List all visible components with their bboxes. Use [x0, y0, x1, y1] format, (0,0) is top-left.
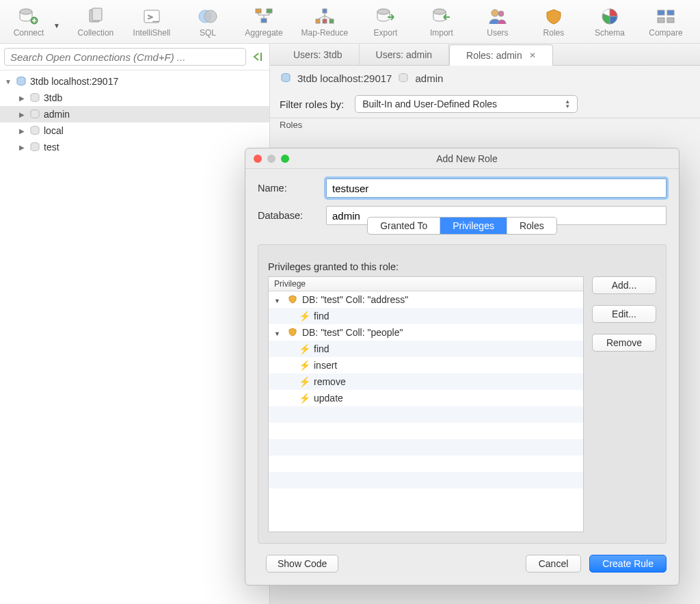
- tree-item-admin[interactable]: ▶ admin: [0, 106, 269, 122]
- toolbar-connect[interactable]: Connect: [3, 1, 55, 42]
- add-role-dialog: Add New Role Name: Database: Granted To …: [245, 148, 679, 586]
- privilege-action[interactable]: ⚡ remove: [269, 373, 583, 390]
- toolbar-intellishell[interactable]: >_ IntelliShell: [126, 1, 178, 42]
- bolt-icon: ⚡: [299, 343, 310, 354]
- disclosure-right-icon[interactable]: ▶: [18, 111, 26, 118]
- users-icon: [486, 6, 509, 27]
- toolbar-sql[interactable]: SQL: [182, 1, 234, 42]
- svg-point-16: [433, 9, 446, 14]
- remove-privilege-button[interactable]: Remove: [592, 334, 656, 352]
- svg-rect-11: [323, 9, 327, 13]
- tree-item-label: local: [44, 125, 64, 136]
- add-privilege-button[interactable]: Add...: [592, 276, 656, 294]
- svg-rect-13: [323, 19, 327, 23]
- dialog-titlebar[interactable]: Add New Role: [245, 148, 679, 169]
- svg-rect-22: [658, 18, 664, 23]
- window-close-icon[interactable]: [254, 155, 262, 163]
- tree-root[interactable]: ▼ 3tdb localhost:29017: [0, 73, 269, 90]
- window-zoom-icon[interactable]: [281, 155, 289, 163]
- tab-roles-admin[interactable]: Roles: admin ✕: [449, 44, 553, 66]
- server-icon: [15, 76, 27, 87]
- toolbar-users[interactable]: Users: [472, 1, 524, 42]
- toolbar-compare[interactable]: Compare: [640, 1, 692, 42]
- toolbar-schema[interactable]: Schema: [584, 1, 636, 42]
- cancel-button[interactable]: Cancel: [526, 555, 582, 573]
- role-name-input[interactable]: [326, 179, 667, 198]
- svg-rect-10: [261, 18, 267, 23]
- tree-item-label: 3tdb: [44, 92, 62, 103]
- dialog-title: Add New Role: [289, 153, 679, 164]
- tree-item-label: admin: [44, 109, 70, 120]
- svg-point-7: [204, 10, 217, 23]
- disclosure-down-icon[interactable]: [274, 327, 283, 338]
- privilege-action[interactable]: ⚡ update: [269, 390, 583, 406]
- privilege-action[interactable]: ⚡ find: [269, 308, 583, 324]
- tree-item-local[interactable]: ▶ local: [0, 122, 269, 139]
- privileges-caption: Privileges granted to this role:: [268, 261, 656, 272]
- database-icon: [29, 142, 41, 153]
- toolbar-roles[interactable]: Roles: [528, 1, 580, 42]
- svg-rect-23: [667, 18, 674, 23]
- privilege-label: find: [314, 311, 329, 321]
- privilege-group[interactable]: DB: "test" Coll: "address": [269, 291, 583, 308]
- connection-tree: ▼ 3tdb localhost:29017 ▶ 3tdb ▶ admin ▶ …: [0, 70, 269, 604]
- disclosure-right-icon[interactable]: ▶: [18, 94, 26, 102]
- privileges-column-header: Privilege: [269, 277, 583, 291]
- segment-roles[interactable]: Roles: [507, 218, 556, 234]
- database-icon: [29, 92, 41, 103]
- toolbar-mapreduce[interactable]: Map-Reduce: [294, 1, 355, 42]
- sidebar: ▼ 3tdb localhost:29017 ▶ 3tdb ▶ admin ▶ …: [0, 44, 270, 604]
- collection-icon: [84, 6, 107, 27]
- disclosure-right-icon[interactable]: ▶: [18, 127, 26, 135]
- database-icon: [29, 109, 41, 120]
- tab-users-admin[interactable]: Users: admin: [360, 44, 449, 65]
- disclosure-right-icon[interactable]: ▶: [18, 144, 26, 151]
- toolbar-dropdown-icon[interactable]: ▼: [53, 22, 60, 29]
- privilege-label: update: [314, 393, 343, 404]
- filter-roles-select[interactable]: Built-In and User-Defined Roles ▲▼: [355, 95, 578, 113]
- svg-rect-21: [667, 10, 674, 15]
- connect-icon: [17, 6, 40, 27]
- window-minimize-icon[interactable]: [267, 155, 275, 163]
- privilege-action[interactable]: ⚡ find: [269, 341, 583, 357]
- database-icon: [397, 73, 409, 83]
- show-code-button[interactable]: Show Code: [266, 555, 338, 573]
- collapse-icon[interactable]: [250, 49, 265, 64]
- list-empty-row: [269, 472, 583, 488]
- svg-point-18: [498, 11, 504, 16]
- tab-close-icon[interactable]: ✕: [529, 51, 536, 60]
- svg-rect-3: [92, 8, 102, 21]
- disclosure-down-icon[interactable]: ▼: [4, 78, 12, 86]
- privilege-group[interactable]: DB: "test" Coll: "people": [269, 324, 583, 341]
- toolbar-aggregate[interactable]: Aggregate: [238, 1, 290, 42]
- create-rule-button[interactable]: Create Rule: [589, 555, 667, 573]
- search-input[interactable]: [4, 48, 246, 66]
- list-empty-row: [269, 439, 583, 456]
- segment-privileges[interactable]: Privileges: [440, 218, 507, 234]
- role-segment-control: Granted To Privileges Roles: [367, 217, 557, 235]
- disclosure-down-icon[interactable]: [274, 294, 283, 305]
- svg-text:>_: >_: [148, 12, 159, 22]
- svg-point-0: [20, 9, 32, 14]
- bolt-icon: ⚡: [299, 393, 310, 404]
- toolbar-collection[interactable]: Collection: [70, 1, 122, 42]
- breadcrumb-server: 3tdb localhost:29017: [297, 73, 392, 84]
- bolt-icon: ⚡: [299, 360, 310, 371]
- tree-item-3tdb[interactable]: ▶ 3tdb: [0, 90, 269, 106]
- toolbar-export[interactable]: Export: [360, 1, 412, 42]
- map-reduce-icon: [313, 6, 336, 27]
- tree-item-test[interactable]: ▶ test: [0, 139, 269, 155]
- segment-granted-to[interactable]: Granted To: [368, 218, 440, 234]
- privileges-list[interactable]: Privilege DB: "test" Coll: "address" ⚡ f…: [268, 276, 584, 532]
- compare-icon: [654, 6, 677, 27]
- window-controls: [245, 155, 289, 163]
- tree-root-label: 3tdb localhost:29017: [30, 76, 118, 87]
- shield-icon: [287, 294, 298, 305]
- tab-users-3tdb[interactable]: Users: 3tdb: [277, 44, 360, 65]
- privilege-label: insert: [314, 360, 337, 371]
- svg-rect-20: [658, 10, 664, 15]
- name-label: Name:: [258, 183, 319, 194]
- edit-privilege-button[interactable]: Edit...: [592, 305, 656, 323]
- privilege-action[interactable]: ⚡ insert: [269, 357, 583, 373]
- toolbar-import[interactable]: Import: [416, 1, 468, 42]
